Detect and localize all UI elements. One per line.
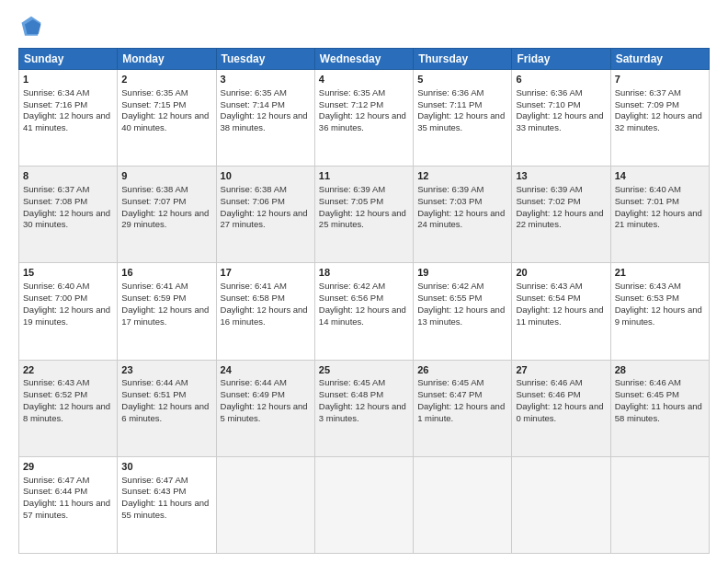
week-row-4: 22Sunrise: 6:43 AMSunset: 6:52 PMDayligh… bbox=[19, 360, 710, 456]
sunset-text: Sunset: 6:51 PM bbox=[121, 389, 186, 399]
day-number: 2 bbox=[121, 73, 211, 86]
day-number: 24 bbox=[221, 363, 311, 377]
day-number: 3 bbox=[221, 73, 311, 86]
calendar-cell: 13Sunrise: 6:39 AMSunset: 7:02 PMDayligh… bbox=[512, 167, 610, 263]
day-number: 20 bbox=[516, 266, 606, 280]
day-number: 13 bbox=[516, 169, 606, 183]
calendar-cell: 3Sunrise: 6:35 AMSunset: 7:14 PMDaylight… bbox=[216, 70, 314, 167]
calendar-cell: 1Sunrise: 6:34 AMSunset: 7:16 PMDaylight… bbox=[19, 70, 118, 167]
calendar-cell: 2Sunrise: 6:35 AMSunset: 7:15 PMDaylight… bbox=[118, 70, 216, 167]
sunset-text: Sunset: 7:11 PM bbox=[417, 99, 482, 109]
sunrise-text: Sunrise: 6:36 AM bbox=[417, 87, 483, 98]
daylight-text: Daylight: 11 hours and 57 minutes. bbox=[23, 498, 110, 520]
day-number: 26 bbox=[417, 363, 507, 377]
sunrise-text: Sunrise: 6:36 AM bbox=[516, 87, 582, 98]
calendar-cell: 5Sunrise: 6:36 AMSunset: 7:11 PMDaylight… bbox=[414, 70, 512, 167]
sunset-text: Sunset: 7:06 PM bbox=[221, 196, 285, 206]
daylight-text: Daylight: 12 hours and 11 minutes. bbox=[516, 304, 603, 327]
daylight-text: Daylight: 12 hours and 32 minutes. bbox=[615, 110, 702, 132]
sunset-text: Sunset: 7:01 PM bbox=[615, 196, 679, 206]
sunrise-text: Sunrise: 6:34 AM bbox=[23, 87, 89, 98]
sunset-text: Sunset: 7:02 PM bbox=[516, 196, 580, 206]
sunrise-text: Sunrise: 6:39 AM bbox=[319, 184, 385, 194]
daylight-text: Daylight: 12 hours and 38 minutes. bbox=[221, 110, 308, 132]
sunset-text: Sunset: 6:56 PM bbox=[319, 293, 383, 303]
day-number: 25 bbox=[319, 363, 409, 377]
calendar-cell: 11Sunrise: 6:39 AMSunset: 7:05 PMDayligh… bbox=[314, 167, 413, 263]
week-row-2: 8Sunrise: 6:37 AMSunset: 7:08 PMDaylight… bbox=[19, 167, 710, 263]
day-number: 14 bbox=[615, 169, 705, 183]
daylight-text: Daylight: 11 hours and 55 minutes. bbox=[121, 498, 209, 520]
calendar-cell: 25Sunrise: 6:45 AMSunset: 6:48 PMDayligh… bbox=[314, 360, 413, 456]
col-header-friday: Friday bbox=[512, 49, 610, 70]
header bbox=[18, 15, 710, 40]
daylight-text: Daylight: 12 hours and 0 minutes. bbox=[516, 401, 603, 423]
daylight-text: Daylight: 12 hours and 9 minutes. bbox=[615, 304, 702, 327]
daylight-text: Daylight: 12 hours and 17 minutes. bbox=[121, 304, 209, 327]
calendar-cell: 29Sunrise: 6:47 AMSunset: 6:44 PMDayligh… bbox=[19, 456, 118, 553]
calendar-cell bbox=[414, 456, 512, 553]
calendar-cell: 28Sunrise: 6:46 AMSunset: 6:45 PMDayligh… bbox=[610, 360, 709, 456]
daylight-text: Daylight: 12 hours and 14 minutes. bbox=[319, 304, 406, 327]
day-number: 12 bbox=[417, 169, 507, 183]
calendar-cell: 16Sunrise: 6:41 AMSunset: 6:59 PMDayligh… bbox=[118, 263, 216, 360]
day-number: 19 bbox=[417, 266, 507, 280]
day-number: 10 bbox=[221, 169, 311, 183]
daylight-text: Daylight: 12 hours and 5 minutes. bbox=[221, 401, 308, 423]
day-number: 28 bbox=[615, 363, 705, 377]
calendar-cell: 6Sunrise: 6:36 AMSunset: 7:10 PMDaylight… bbox=[512, 70, 610, 167]
sunset-text: Sunset: 7:10 PM bbox=[516, 99, 580, 109]
sunrise-text: Sunrise: 6:35 AM bbox=[121, 87, 188, 98]
sunset-text: Sunset: 6:58 PM bbox=[221, 293, 285, 303]
daylight-text: Daylight: 12 hours and 1 minute. bbox=[417, 401, 505, 423]
sunset-text: Sunset: 7:00 PM bbox=[23, 293, 87, 303]
sunrise-text: Sunrise: 6:38 AM bbox=[121, 184, 188, 194]
calendar-cell: 15Sunrise: 6:40 AMSunset: 7:00 PMDayligh… bbox=[19, 263, 118, 360]
calendar-cell: 30Sunrise: 6:47 AMSunset: 6:43 PMDayligh… bbox=[118, 456, 216, 553]
sunrise-text: Sunrise: 6:42 AM bbox=[319, 281, 385, 291]
sunrise-text: Sunrise: 6:39 AM bbox=[516, 184, 582, 194]
day-number: 5 bbox=[417, 73, 507, 86]
daylight-text: Daylight: 12 hours and 40 minutes. bbox=[121, 110, 209, 132]
calendar-cell: 26Sunrise: 6:45 AMSunset: 6:47 PMDayligh… bbox=[414, 360, 512, 456]
sunrise-text: Sunrise: 6:47 AM bbox=[23, 475, 89, 485]
sunset-text: Sunset: 7:15 PM bbox=[121, 99, 186, 109]
sunrise-text: Sunrise: 6:35 AM bbox=[319, 87, 385, 98]
day-number: 16 bbox=[121, 266, 211, 280]
sunrise-text: Sunrise: 6:43 AM bbox=[516, 281, 582, 291]
day-number: 6 bbox=[516, 73, 606, 86]
sunrise-text: Sunrise: 6:44 AM bbox=[221, 377, 287, 387]
calendar-cell: 20Sunrise: 6:43 AMSunset: 6:54 PMDayligh… bbox=[512, 263, 610, 360]
sunset-text: Sunset: 6:45 PM bbox=[615, 389, 679, 399]
day-number: 18 bbox=[319, 266, 409, 280]
calendar-cell: 4Sunrise: 6:35 AMSunset: 7:12 PMDaylight… bbox=[314, 70, 413, 167]
day-number: 7 bbox=[615, 73, 705, 86]
col-header-monday: Monday bbox=[118, 49, 216, 70]
sunrise-text: Sunrise: 6:35 AM bbox=[221, 87, 287, 98]
calendar-cell: 17Sunrise: 6:41 AMSunset: 6:58 PMDayligh… bbox=[216, 263, 314, 360]
day-number: 21 bbox=[615, 266, 705, 280]
sunset-text: Sunset: 6:44 PM bbox=[23, 486, 87, 496]
sunrise-text: Sunrise: 6:37 AM bbox=[23, 184, 89, 194]
sunset-text: Sunset: 6:52 PM bbox=[23, 389, 87, 399]
daylight-text: Daylight: 11 hours and 58 minutes. bbox=[615, 401, 702, 423]
week-row-3: 15Sunrise: 6:40 AMSunset: 7:00 PMDayligh… bbox=[19, 263, 710, 360]
calendar-cell bbox=[512, 456, 610, 553]
day-number: 29 bbox=[23, 460, 113, 474]
calendar-cell: 22Sunrise: 6:43 AMSunset: 6:52 PMDayligh… bbox=[19, 360, 118, 456]
sunrise-text: Sunrise: 6:41 AM bbox=[221, 281, 287, 291]
calendar-cell: 8Sunrise: 6:37 AMSunset: 7:08 PMDaylight… bbox=[19, 167, 118, 263]
day-number: 22 bbox=[23, 363, 113, 377]
day-number: 11 bbox=[319, 169, 409, 183]
sunset-text: Sunset: 6:43 PM bbox=[121, 486, 186, 496]
daylight-text: Daylight: 12 hours and 29 minutes. bbox=[121, 208, 209, 230]
sunset-text: Sunset: 6:59 PM bbox=[121, 293, 186, 303]
col-header-wednesday: Wednesday bbox=[314, 49, 413, 70]
sunset-text: Sunset: 7:16 PM bbox=[23, 99, 87, 109]
day-number: 17 bbox=[221, 266, 311, 280]
calendar-cell: 18Sunrise: 6:42 AMSunset: 6:56 PMDayligh… bbox=[314, 263, 413, 360]
day-number: 1 bbox=[23, 73, 113, 86]
daylight-text: Daylight: 12 hours and 8 minutes. bbox=[23, 401, 110, 423]
sunset-text: Sunset: 6:55 PM bbox=[417, 293, 482, 303]
day-number: 15 bbox=[23, 266, 113, 280]
